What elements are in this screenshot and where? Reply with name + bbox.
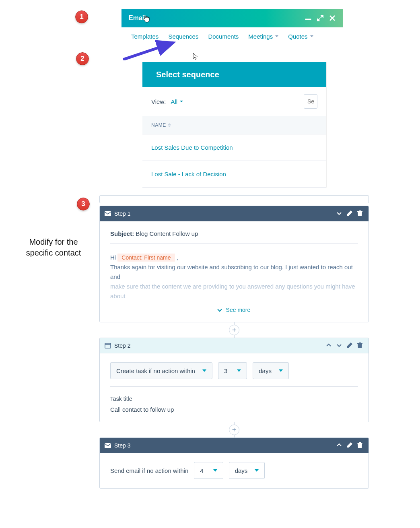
sort-icon bbox=[168, 123, 171, 127]
tab-sequences[interactable]: Sequences bbox=[168, 33, 198, 40]
step-2-card: Step 2 Create task if no action within 3 bbox=[99, 338, 369, 422]
step-connector: + bbox=[234, 322, 235, 338]
svg-rect-0 bbox=[305, 19, 311, 20]
trigger-number-select[interactable]: 4 bbox=[194, 462, 223, 479]
tab-documents[interactable]: Documents bbox=[208, 33, 239, 40]
minimize-icon[interactable] bbox=[305, 15, 311, 21]
chevron-down-icon bbox=[237, 369, 241, 372]
move-up-icon[interactable] bbox=[326, 342, 332, 349]
annotation-badge-2: 2 bbox=[76, 52, 89, 65]
sequence-table-header: NAME bbox=[142, 116, 326, 134]
add-step-button[interactable]: + bbox=[229, 425, 239, 435]
trigger-unit-value: days bbox=[259, 367, 272, 374]
svg-rect-3 bbox=[105, 343, 111, 348]
see-more-label: See more bbox=[226, 307, 251, 313]
annotation-arrow bbox=[123, 40, 179, 62]
email-body-line-2: make sure that the content we are provid… bbox=[110, 283, 355, 299]
chevron-down-icon bbox=[202, 369, 206, 372]
chevron-down-icon bbox=[213, 469, 217, 472]
move-up-icon[interactable] bbox=[336, 442, 343, 449]
task-title-value: Call contact to follow up bbox=[110, 406, 358, 413]
trigger-number-select[interactable]: 3 bbox=[218, 362, 247, 379]
email-comma: , bbox=[177, 254, 178, 261]
subject-label: Subject: bbox=[110, 230, 134, 237]
email-icon bbox=[105, 443, 111, 448]
chevron-down-icon bbox=[180, 101, 183, 102]
step-2-header: Step 2 bbox=[100, 338, 369, 353]
edit-icon[interactable] bbox=[347, 442, 353, 449]
add-step-button[interactable]: + bbox=[229, 325, 239, 335]
task-icon bbox=[105, 343, 111, 349]
delete-icon[interactable] bbox=[357, 342, 364, 349]
subject-value: Blog Content Follow up bbox=[136, 230, 198, 237]
trigger-number-value: 3 bbox=[224, 367, 227, 374]
edit-icon[interactable] bbox=[347, 342, 353, 349]
chevron-down-icon bbox=[255, 469, 259, 472]
trigger-unit-select[interactable]: days bbox=[229, 462, 265, 479]
card-sliver bbox=[99, 195, 369, 203]
column-name-header[interactable]: NAME bbox=[151, 122, 171, 128]
chevron-down-icon bbox=[279, 369, 283, 372]
sequence-row[interactable]: Lost Sale - Lack of Decision bbox=[142, 161, 326, 188]
trigger-unit-select[interactable]: days bbox=[253, 362, 289, 379]
column-name-label: NAME bbox=[151, 122, 166, 128]
step-1-body: Subject: Blog Content Follow up Hi Conta… bbox=[100, 221, 369, 322]
chevron-down-icon bbox=[275, 35, 278, 37]
step-2-body: Create task if no action within 3 days T… bbox=[100, 353, 369, 422]
see-more-button[interactable]: See more bbox=[110, 307, 358, 313]
sequence-editor: Step 1 Subject: Blog Content Follow up H… bbox=[99, 195, 369, 489]
email-body-line-1: Thanks again for visiting our website an… bbox=[110, 264, 353, 280]
trigger-number-value: 4 bbox=[200, 467, 203, 474]
sequence-toolbar: View: All bbox=[142, 87, 326, 116]
annotation-badge-1: 1 bbox=[75, 10, 88, 23]
svg-line-1 bbox=[123, 43, 173, 60]
select-sequence-title: Select sequence bbox=[142, 62, 326, 87]
tab-templates[interactable]: Templates bbox=[131, 33, 159, 40]
tab-quotes[interactable]: Quotes bbox=[288, 33, 313, 40]
view-label: View: bbox=[151, 98, 166, 105]
divider bbox=[110, 488, 358, 488]
view-filter-dropdown[interactable]: All bbox=[171, 98, 183, 105]
view-filter-value: All bbox=[171, 98, 177, 105]
collapse-icon[interactable] bbox=[336, 210, 343, 217]
select-sequence-panel: Select sequence View: All NAME Lost Sale… bbox=[142, 62, 327, 188]
step-3-body: Send email if no action within 4 days bbox=[100, 453, 369, 488]
annotation-badge-3: 3 bbox=[77, 198, 90, 210]
divider bbox=[110, 386, 358, 387]
sequence-row[interactable]: Lost Sales Due to Competition bbox=[142, 134, 326, 161]
expand-icon[interactable] bbox=[317, 15, 323, 21]
sequence-search-box[interactable] bbox=[304, 94, 317, 109]
close-icon[interactable] bbox=[329, 15, 336, 21]
personalization-token[interactable]: Contact: First name bbox=[117, 254, 175, 262]
step-2-label: Step 2 bbox=[114, 342, 130, 349]
annotation-note: Modify for the specific contact bbox=[23, 237, 84, 258]
divider bbox=[110, 243, 358, 244]
chevron-down-icon bbox=[217, 307, 222, 311]
delete-icon[interactable] bbox=[357, 442, 364, 449]
step-1-card: Step 1 Subject: Blog Content Follow up H… bbox=[99, 206, 369, 322]
step-connector: + bbox=[234, 422, 235, 438]
step-3-card: Step 3 Send email if no action within 4 … bbox=[99, 437, 369, 489]
cursor-arrow-icon bbox=[193, 53, 198, 62]
edit-icon[interactable] bbox=[347, 210, 353, 217]
email-icon bbox=[105, 211, 111, 216]
chevron-down-icon bbox=[310, 35, 313, 37]
step-1-label: Step 1 bbox=[114, 210, 130, 217]
delete-icon[interactable] bbox=[357, 210, 364, 217]
trigger-select[interactable]: Create task if no action within bbox=[110, 362, 212, 379]
svg-rect-2 bbox=[105, 211, 111, 216]
tab-quotes-label: Quotes bbox=[288, 33, 307, 40]
move-down-icon[interactable] bbox=[336, 342, 343, 349]
tab-meetings[interactable]: Meetings bbox=[248, 33, 278, 40]
tab-meetings-label: Meetings bbox=[248, 33, 273, 40]
search-input[interactable] bbox=[307, 98, 314, 105]
trigger-select-value: Create task if no action within bbox=[116, 367, 195, 374]
task-title-label: Task title bbox=[110, 396, 358, 402]
step-3-label: Step 3 bbox=[114, 442, 130, 449]
cursor-hand-icon bbox=[143, 15, 150, 24]
step-3-header: Step 3 bbox=[100, 438, 369, 453]
trigger-unit-value: days bbox=[235, 467, 248, 474]
email-greeting: Hi bbox=[110, 254, 116, 261]
svg-rect-5 bbox=[105, 443, 111, 448]
step-1-header: Step 1 bbox=[100, 206, 369, 221]
